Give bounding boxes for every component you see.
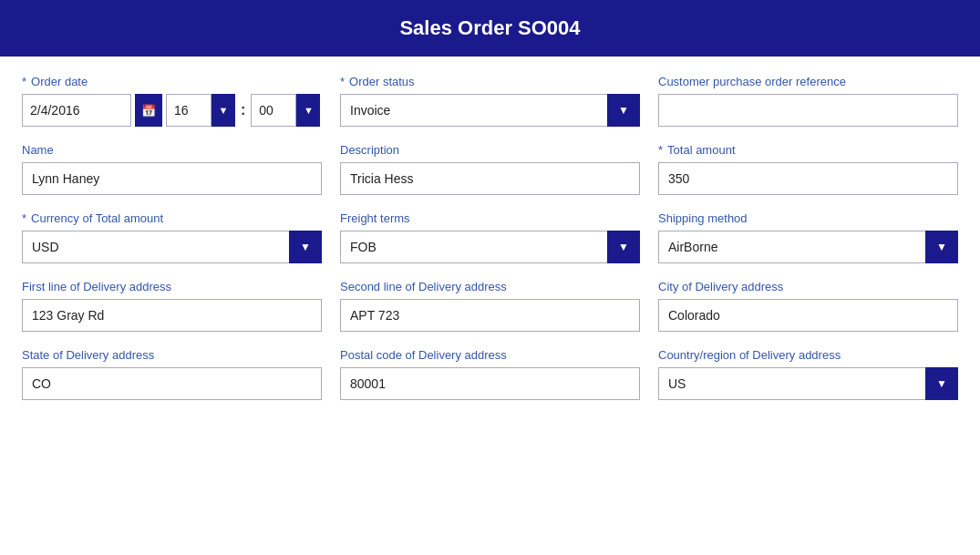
currency-chevron-button[interactable]: ▼ [289, 231, 322, 263]
chevron-down-icon-7: ▼ [936, 377, 947, 390]
shipping-method-group: Shipping method ▼ [658, 211, 958, 263]
total-amount-input[interactable] [658, 162, 958, 195]
delivery-line2-group: Second line of Delivery address [340, 280, 640, 332]
delivery-line2-input[interactable] [340, 299, 640, 332]
freight-terms-group: Freight terms ▼ [340, 211, 640, 263]
datetime-wrapper: 📅 ▼ : ▼ [22, 94, 322, 127]
delivery-country-chevron-button[interactable]: ▼ [925, 367, 958, 400]
chevron-down-icon-3: ▼ [618, 104, 629, 117]
form-row-1: * Order date 📅 ▼ : ▼ [22, 75, 958, 127]
time-colon: : [239, 102, 247, 118]
freight-terms-input[interactable] [340, 231, 640, 263]
currency-label: Currency of Total amount [31, 211, 163, 225]
required-star-currency: * [22, 211, 26, 225]
minute-input[interactable] [251, 94, 296, 127]
delivery-city-label: City of Delivery address [658, 280, 958, 293]
order-date-group: * Order date 📅 ▼ : ▼ [22, 75, 322, 127]
name-input[interactable] [22, 162, 322, 195]
currency-input[interactable] [22, 231, 322, 263]
delivery-city-input[interactable] [658, 299, 958, 332]
delivery-state-input[interactable] [22, 367, 322, 400]
description-label: Description [340, 143, 640, 157]
hour-chevron-button[interactable]: ▼ [211, 94, 235, 127]
chevron-down-icon-5: ▼ [618, 241, 629, 253]
minute-chevron-button[interactable]: ▼ [296, 94, 320, 127]
delivery-line1-group: First line of Delivery address [22, 280, 322, 332]
required-star-order-date: * [22, 75, 26, 88]
delivery-line1-label: First line of Delivery address [22, 280, 322, 293]
delivery-state-label: State of Delivery address [22, 348, 322, 362]
shipping-method-input[interactable] [658, 231, 958, 263]
order-status-group: * Order status ▼ [340, 75, 640, 127]
description-group: Description [340, 143, 640, 195]
chevron-down-icon-6: ▼ [936, 241, 947, 253]
delivery-postal-label: Postal code of Delivery address [340, 348, 640, 362]
delivery-postal-input[interactable] [340, 367, 640, 400]
name-group: Name [22, 143, 322, 195]
total-amount-label: Total amount [667, 143, 735, 157]
order-date-input[interactable] [22, 94, 131, 127]
page-title: Sales Order SO004 [0, 0, 980, 57]
delivery-country-input[interactable] [658, 367, 958, 400]
form-row-4: First line of Delivery address Second li… [22, 280, 958, 332]
customer-po-ref-input[interactable] [658, 94, 958, 127]
delivery-postal-group: Postal code of Delivery address [340, 348, 640, 400]
shipping-method-chevron-button[interactable]: ▼ [925, 231, 958, 263]
required-star-order-status: * [340, 75, 345, 88]
form-row-3: * Currency of Total amount ▼ Freight ter… [22, 211, 958, 263]
order-date-label: Order date [31, 75, 88, 88]
total-amount-group: * Total amount [658, 143, 958, 195]
order-status-chevron-button[interactable]: ▼ [607, 94, 640, 127]
order-status-input[interactable] [340, 94, 640, 127]
delivery-country-group: Country/region of Delivery address ▼ [658, 348, 958, 400]
order-status-label: Order status [349, 75, 415, 88]
hour-input[interactable] [166, 94, 211, 127]
delivery-line1-input[interactable] [22, 299, 322, 332]
shipping-method-label: Shipping method [658, 211, 958, 225]
customer-po-ref-group: Customer purchase order reference [658, 75, 958, 127]
currency-group: * Currency of Total amount ▼ [22, 211, 322, 263]
freight-terms-chevron-button[interactable]: ▼ [607, 231, 640, 263]
form-row-2: Name Description * Total amount [22, 143, 958, 195]
customer-po-ref-label: Customer purchase order reference [658, 75, 846, 88]
chevron-down-icon-4: ▼ [300, 241, 311, 253]
description-input[interactable] [340, 162, 640, 195]
chevron-down-icon: ▼ [219, 105, 229, 116]
delivery-country-label: Country/region of Delivery address [658, 348, 958, 362]
form-container: * Order date 📅 ▼ : ▼ [0, 57, 980, 435]
name-label: Name [22, 143, 322, 157]
delivery-state-group: State of Delivery address [22, 348, 322, 400]
chevron-down-icon-2: ▼ [304, 105, 314, 116]
shipping-method-select-wrapper: ▼ [658, 231, 958, 263]
order-status-select-wrapper: ▼ [340, 94, 640, 127]
hour-wrapper: ▼ [166, 94, 235, 127]
required-star-total: * [658, 143, 663, 157]
calendar-button[interactable]: 📅 [135, 94, 162, 127]
delivery-line2-label: Second line of Delivery address [340, 280, 640, 293]
calendar-icon: 📅 [141, 104, 156, 118]
freight-terms-select-wrapper: ▼ [340, 231, 640, 263]
delivery-country-select-wrapper: ▼ [658, 367, 958, 400]
form-row-5: State of Delivery address Postal code of… [22, 348, 958, 400]
delivery-city-group: City of Delivery address [658, 280, 958, 332]
freight-terms-label: Freight terms [340, 211, 640, 225]
minute-wrapper: ▼ [251, 94, 320, 127]
currency-select-wrapper: ▼ [22, 231, 322, 263]
